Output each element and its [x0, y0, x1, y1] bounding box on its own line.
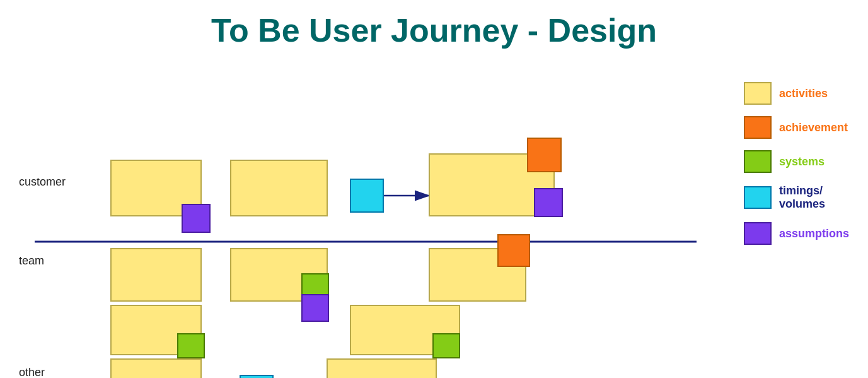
legend-label-achievement: achievement [779, 121, 848, 134]
legend-item-achievement: achievement [744, 116, 849, 139]
legend-item-timings: timings/ volumes [744, 184, 849, 211]
legend-item-activities: activities [744, 82, 849, 105]
legend-item-systems: systems [744, 150, 849, 173]
customer-assumption-2 [534, 188, 563, 217]
legend-box-activities [744, 82, 772, 105]
team-assumption-1 [301, 294, 329, 322]
legend-label-activities: activities [779, 87, 828, 100]
legend-label-assumptions: assumptions [779, 227, 849, 240]
other-timings-1 [240, 375, 274, 378]
diagram-area: customer team otherteams [13, 56, 706, 346]
customer-assumption-1 [182, 204, 211, 233]
legend-label-timings: timings/ volumes [779, 184, 825, 211]
team-achievement-1 [497, 234, 530, 267]
legend-box-systems [744, 150, 772, 173]
team-box-1 [110, 248, 202, 302]
legend-box-achievement [744, 116, 772, 139]
other-systems-1 [177, 333, 205, 358]
customer-achievement-1 [527, 138, 562, 172]
legend-label-systems: systems [779, 155, 825, 168]
lane-label-team: team [19, 254, 44, 268]
customer-box-2 [230, 160, 328, 216]
other-systems-2 [432, 333, 460, 358]
page-title: To Be User Journey - Design [0, 0, 868, 56]
lane-label-customer: customer [19, 175, 66, 189]
customer-timings-1 [350, 179, 384, 213]
lane-label-other-teams: otherteams [19, 366, 50, 378]
legend-item-assumptions: assumptions [744, 222, 849, 245]
other-lower-box-2 [327, 358, 437, 378]
other-lower-box-1 [110, 358, 202, 378]
legend-box-assumptions [744, 222, 772, 245]
legend-box-timings [744, 186, 772, 209]
legend: activities achievement systems timings/ … [744, 82, 849, 245]
